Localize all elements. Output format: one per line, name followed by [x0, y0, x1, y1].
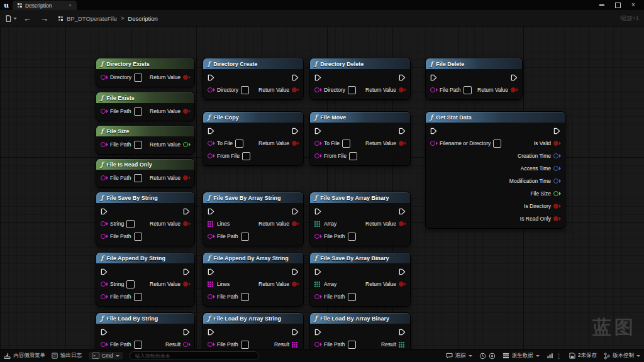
node-file-save-by-array-string[interactable]: ƒFile Save By Array StringLinesReturn Va…	[203, 192, 304, 246]
node-header[interactable]: ƒDirectory Delete	[310, 58, 410, 69]
node-header[interactable]: ƒFile Delete	[426, 58, 522, 69]
node-header[interactable]: ƒFile Is Read Only	[96, 159, 194, 170]
data-pin[interactable]	[183, 221, 188, 226]
console-command-input[interactable]	[130, 351, 259, 360]
exec-pin[interactable]	[292, 329, 299, 336]
data-pin[interactable]	[208, 294, 213, 299]
data-pin[interactable]	[101, 109, 106, 114]
pin-default-value[interactable]	[235, 140, 243, 148]
node-directory-create[interactable]: ƒDirectory CreateDirectoryReturn Value	[203, 58, 304, 100]
data-pin[interactable]	[553, 141, 558, 146]
trace-button[interactable]: 追踪	[446, 352, 472, 359]
data-pin[interactable]	[183, 342, 188, 347]
unreal-logo-icon[interactable]: u	[0, 0, 13, 10]
back-button[interactable]: ←	[21, 14, 34, 23]
exec-pin[interactable]	[208, 74, 214, 81]
minimize-button[interactable]	[597, 1, 607, 9]
exec-pin[interactable]	[430, 74, 437, 81]
data-pin[interactable]	[208, 141, 213, 146]
pin-default-value[interactable]	[349, 152, 357, 160]
exec-pin[interactable]	[292, 74, 299, 81]
array-pin[interactable]	[208, 282, 213, 287]
tab-description[interactable]: Description ×	[13, 1, 77, 10]
node-header[interactable]: ƒDirectory Exists	[96, 58, 194, 69]
data-pin[interactable]	[292, 141, 297, 146]
data-pin[interactable]	[101, 342, 106, 347]
node-file-load-by-array-binary[interactable]: ƒFile Load By Array BinaryFile PathResul…	[309, 312, 411, 349]
exec-pin[interactable]	[101, 208, 108, 215]
data-pin[interactable]	[553, 216, 558, 221]
exec-pin[interactable]	[399, 208, 406, 215]
data-pin[interactable]	[553, 191, 558, 196]
cmd-selector[interactable]: >_ Cmd	[88, 351, 123, 360]
exec-pin[interactable]	[208, 329, 214, 336]
data-pin[interactable]	[553, 166, 558, 171]
pin-default-value[interactable]	[348, 86, 356, 94]
node-header[interactable]: ƒFile Copy	[203, 112, 303, 123]
pin-default-value[interactable]	[126, 220, 135, 228]
array-pin[interactable]	[292, 342, 297, 348]
exec-pin[interactable]	[101, 268, 108, 275]
blueprint-graph-canvas[interactable]: 蓝图 ƒDirectory ExistsDirectoryReturn Valu…	[0, 26, 644, 349]
data-pin[interactable]	[314, 153, 319, 158]
derived-data-button[interactable]: 派生数据	[502, 352, 540, 359]
exec-pin[interactable]	[430, 128, 437, 134]
close-button[interactable]: ×	[628, 1, 638, 9]
exec-pin[interactable]	[183, 329, 190, 336]
data-pin[interactable]	[430, 87, 435, 92]
array-pin[interactable]	[314, 282, 320, 287]
data-pin[interactable]	[183, 75, 188, 80]
exec-pin[interactable]	[511, 74, 518, 81]
node-file-save-by-array-binary[interactable]: ƒFile Save By Array BinaryArrayReturn Va…	[309, 252, 411, 307]
node-header[interactable]: ƒFile Move	[310, 112, 410, 123]
node-header[interactable]: ƒDirectory Create	[203, 58, 303, 69]
kebab-menu-icon[interactable]: ⋮	[556, 353, 562, 359]
data-pin[interactable]	[208, 234, 213, 239]
data-pin[interactable]	[208, 153, 213, 158]
pin-default-value[interactable]	[342, 140, 350, 148]
asset-menu-button[interactable]	[5, 15, 17, 22]
pin-default-value[interactable]	[241, 233, 249, 241]
data-pin[interactable]	[553, 204, 558, 209]
pin-default-value[interactable]	[134, 341, 142, 349]
source-control-button[interactable]: 版本控制	[604, 352, 640, 359]
node-file-append-by-array-string[interactable]: ƒFile Append By Array StringLinesReturn …	[203, 252, 304, 307]
node-header[interactable]: ƒFile Append By String	[96, 253, 194, 263]
data-pin[interactable]	[430, 141, 435, 146]
node-file-load-by-string[interactable]: ƒFile Load By StringFile PathResultRetur…	[96, 312, 195, 349]
unsaved-button[interactable]: 2未保存	[569, 352, 597, 359]
node-get-stat-data[interactable]: ƒGet Stat DataFilename or DirectoryIs Va…	[425, 111, 565, 229]
node-directory-exists[interactable]: ƒDirectory ExistsDirectoryReturn Value	[96, 58, 195, 87]
exec-pin[interactable]	[314, 268, 321, 275]
pin-default-value[interactable]	[134, 174, 142, 182]
node-directory-delete[interactable]: ƒDirectory DeleteDirectoryReturn Value	[309, 58, 411, 100]
data-pin[interactable]	[101, 234, 106, 239]
exec-pin[interactable]	[208, 268, 214, 275]
node-header[interactable]: ƒFile Load By Array String	[203, 313, 303, 324]
node-header[interactable]: ƒFile Load By String	[96, 313, 194, 324]
data-pin[interactable]	[314, 342, 319, 347]
data-pin[interactable]	[399, 282, 404, 287]
node-file-copy[interactable]: ƒFile CopyTo FileReturn ValueFrom File	[203, 111, 304, 166]
exec-pin[interactable]	[553, 128, 560, 134]
exec-pin[interactable]	[292, 268, 299, 275]
data-pin[interactable]	[399, 87, 404, 92]
exec-pin[interactable]	[101, 329, 108, 336]
exec-pin[interactable]	[314, 208, 321, 215]
data-pin[interactable]	[208, 342, 213, 347]
data-pin[interactable]	[183, 109, 188, 114]
tab-close-icon[interactable]: ×	[69, 3, 72, 8]
exec-pin[interactable]	[292, 128, 299, 134]
data-pin[interactable]	[553, 153, 558, 158]
node-file-save-by-array-binary[interactable]: ƒFile Save By Array BinaryArrayReturn Va…	[309, 192, 411, 246]
data-pin[interactable]	[101, 282, 106, 287]
breadcrumb-root[interactable]: BP_DTOperateFile	[67, 15, 117, 22]
node-file-delete[interactable]: ƒFile DeleteFile PathReturn Value	[425, 58, 523, 100]
pin-default-value[interactable]	[126, 280, 135, 288]
node-header[interactable]: ƒFile Append By Array String	[203, 253, 303, 263]
data-pin[interactable]	[314, 141, 319, 146]
exec-pin[interactable]	[314, 329, 321, 336]
pin-default-value[interactable]	[348, 233, 356, 241]
exec-pin[interactable]	[208, 208, 214, 215]
pin-default-value[interactable]	[134, 233, 142, 241]
